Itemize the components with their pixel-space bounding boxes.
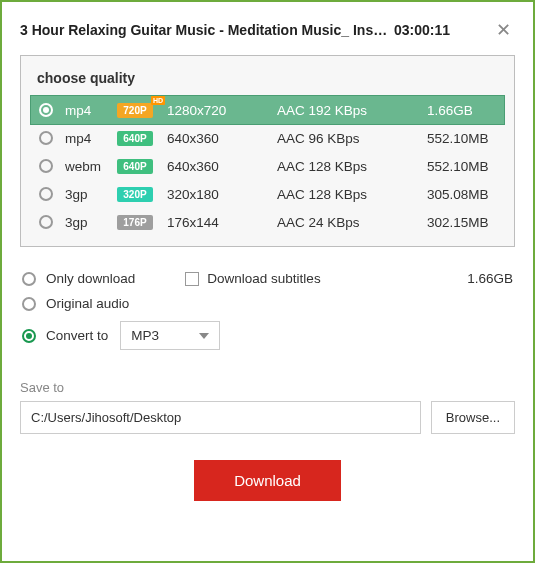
- quality-row[interactable]: 3gp 176P 176x144 AAC 24 KBps 302.15MB: [31, 208, 504, 236]
- size-label: 305.08MB: [427, 187, 496, 202]
- codec-label: AAC 24 KBps: [277, 215, 427, 230]
- page-title: 3 Hour Relaxing Guitar Music - Meditatio…: [20, 22, 390, 38]
- resolution-badge: 176P: [117, 215, 153, 230]
- size-label: 302.15MB: [427, 215, 496, 230]
- radio-original-audio[interactable]: [22, 297, 36, 311]
- radio-only-download[interactable]: [22, 272, 36, 286]
- convert-format-select[interactable]: MP3: [120, 321, 220, 350]
- close-icon[interactable]: ✕: [492, 17, 515, 43]
- convert-format-value: MP3: [131, 328, 159, 343]
- size-label: 1.66GB: [427, 103, 496, 118]
- resolution-label: 640x360: [167, 159, 277, 174]
- format-label: 3gp: [65, 187, 117, 202]
- resolution-badge: 640P: [117, 131, 153, 146]
- radio-convert-to[interactable]: [22, 329, 36, 343]
- codec-label: AAC 128 KBps: [277, 159, 427, 174]
- format-label: mp4: [65, 131, 117, 146]
- resolution-label: 1280x720: [167, 103, 277, 118]
- subtitles-label: Download subtitles: [207, 271, 320, 286]
- format-label: 3gp: [65, 215, 117, 230]
- resolution-label: 176x144: [167, 215, 277, 230]
- browse-button[interactable]: Browse...: [431, 401, 515, 434]
- download-button[interactable]: Download: [194, 460, 341, 501]
- save-to-label: Save to: [20, 380, 515, 395]
- quality-row[interactable]: mp4 640P 640x360 AAC 96 KBps 552.10MB: [31, 124, 504, 152]
- video-duration: 03:00:11: [394, 22, 450, 38]
- total-size: 1.66GB: [467, 271, 513, 286]
- resolution-badge: 320P: [117, 187, 153, 202]
- radio-icon: [39, 215, 53, 229]
- format-label: webm: [65, 159, 117, 174]
- size-label: 552.10MB: [427, 159, 496, 174]
- quality-row[interactable]: mp4 720P HD 1280x720 AAC 192 KBps 1.66GB: [30, 95, 505, 125]
- radio-icon: [39, 103, 53, 117]
- convert-to-label: Convert to: [46, 328, 108, 343]
- save-path-input[interactable]: [20, 401, 421, 434]
- quality-panel: choose quality mp4 720P HD 1280x720 AAC …: [20, 55, 515, 247]
- radio-icon: [39, 159, 53, 173]
- original-audio-label: Original audio: [46, 296, 129, 311]
- hd-badge: HD: [151, 96, 165, 105]
- radio-icon: [39, 131, 53, 145]
- quality-row[interactable]: webm 640P 640x360 AAC 128 KBps 552.10MB: [31, 152, 504, 180]
- codec-label: AAC 192 KBps: [277, 103, 427, 118]
- resolution-label: 640x360: [167, 131, 277, 146]
- quality-label: choose quality: [31, 66, 504, 96]
- checkbox-subtitles[interactable]: [185, 272, 199, 286]
- resolution-badge: 640P: [117, 159, 153, 174]
- resolution-badge: 720P: [117, 103, 153, 118]
- radio-icon: [39, 187, 53, 201]
- quality-row[interactable]: 3gp 320P 320x180 AAC 128 KBps 305.08MB: [31, 180, 504, 208]
- only-download-label: Only download: [46, 271, 135, 286]
- chevron-down-icon: [199, 333, 209, 339]
- format-label: mp4: [65, 103, 117, 118]
- resolution-label: 320x180: [167, 187, 277, 202]
- header: 3 Hour Relaxing Guitar Music - Meditatio…: [20, 17, 515, 43]
- size-label: 552.10MB: [427, 131, 496, 146]
- codec-label: AAC 128 KBps: [277, 187, 427, 202]
- codec-label: AAC 96 KBps: [277, 131, 427, 146]
